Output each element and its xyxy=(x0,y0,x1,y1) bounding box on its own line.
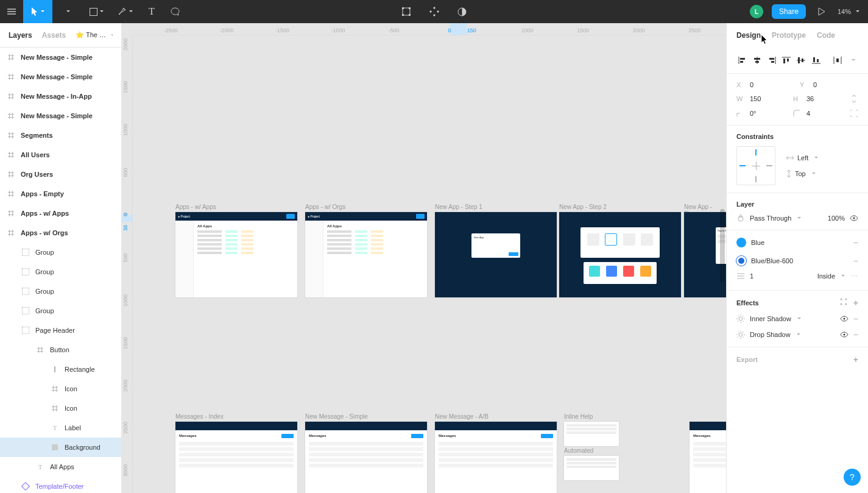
layer-item[interactable]: Group xyxy=(0,243,121,262)
y-input[interactable]: 0 xyxy=(813,81,858,88)
layer-item[interactable]: New Message - In-App xyxy=(0,87,121,106)
layer-item[interactable]: Group xyxy=(0,301,121,321)
add-export-button[interactable]: + xyxy=(853,355,858,364)
text-tool-button[interactable]: T xyxy=(140,0,163,23)
align-bottom-button[interactable] xyxy=(810,54,822,67)
layer-item[interactable]: Apps - w/ Orgs xyxy=(0,223,121,243)
tab-design[interactable]: Design xyxy=(736,31,761,40)
align-vcenter-button[interactable] xyxy=(795,54,807,67)
tab-layers[interactable]: Layers xyxy=(9,31,32,40)
ruler-vertical[interactable]: 2000150010005000500100015002000250030000… xyxy=(122,35,133,493)
corner-input[interactable]: 4 xyxy=(806,110,845,117)
blend-mode-select[interactable]: Pass Through xyxy=(750,215,823,222)
remove-stroke-button[interactable]: − xyxy=(853,256,858,266)
layer-item[interactable]: Segments xyxy=(0,126,121,145)
layer-item[interactable]: All Apps xyxy=(0,457,121,477)
frame-tool-button[interactable] xyxy=(52,0,82,23)
effect-row[interactable]: Drop Shadow − xyxy=(736,330,858,339)
canvas-area[interactable]: -2500-2000-1500-1000-5000150100015002000… xyxy=(122,23,726,493)
canvas-frame[interactable]: New App xyxy=(435,212,557,297)
effect-icon[interactable] xyxy=(736,314,745,323)
layer-item[interactable]: Template/Footer xyxy=(0,477,121,493)
rotation-input[interactable]: 0° xyxy=(750,110,788,117)
frame-label[interactable]: Apps - w/ Orgs xyxy=(305,204,345,210)
link-size-icon[interactable] xyxy=(850,94,858,103)
constraints-diagram[interactable] xyxy=(736,146,775,185)
effect-visibility-icon[interactable] xyxy=(840,316,849,322)
remove-effect-button[interactable]: − xyxy=(853,330,858,339)
canvas-frame[interactable]: Messages xyxy=(175,422,297,493)
stroke-advanced-button[interactable]: ⋯ xyxy=(850,272,858,280)
share-button[interactable]: Share xyxy=(772,4,806,19)
layer-item[interactable]: New Message - Simple xyxy=(0,106,121,126)
layer-item[interactable]: Background xyxy=(0,438,121,457)
stroke-color-row[interactable]: Blue/Blue-600 − xyxy=(736,256,858,266)
w-input[interactable]: 150 xyxy=(750,95,788,102)
mask-button[interactable] xyxy=(455,0,470,23)
main-menu-button[interactable] xyxy=(0,0,23,23)
ruler-horizontal[interactable]: -2500-2000-1500-1000-5000150100015002000… xyxy=(133,23,726,35)
user-avatar[interactable]: L xyxy=(750,5,763,18)
effect-type-select[interactable]: Drop Shadow xyxy=(750,331,835,338)
independent-corners-icon[interactable] xyxy=(850,109,858,118)
visibility-icon[interactable] xyxy=(850,215,858,221)
opacity-input[interactable]: 100% xyxy=(828,215,845,222)
comment-tool-button[interactable] xyxy=(163,0,186,23)
layer-item[interactable]: Button xyxy=(0,340,121,360)
frame-label[interactable]: New Message - Simple xyxy=(305,413,368,420)
effect-row[interactable]: Inner Shadow − xyxy=(736,314,858,324)
stroke-pos-select[interactable]: Inside xyxy=(817,272,845,280)
x-input[interactable]: 0 xyxy=(750,81,795,88)
tab-code[interactable]: Code xyxy=(817,31,835,40)
layer-item[interactable]: Group xyxy=(0,282,121,301)
stroke-weight-input[interactable]: 1 xyxy=(750,272,813,280)
layer-item[interactable]: All Users xyxy=(0,145,121,165)
tidy-button[interactable] xyxy=(846,54,858,67)
frame-label[interactable]: Apps - w/ Apps xyxy=(175,204,216,210)
component-button[interactable] xyxy=(427,0,442,23)
layer-item[interactable]: Rectangle xyxy=(0,360,121,379)
layer-item[interactable]: New Message - Simple xyxy=(0,67,121,87)
pen-tool-button[interactable] xyxy=(111,0,140,23)
present-button[interactable] xyxy=(814,0,829,23)
stroke-swatch[interactable] xyxy=(736,256,746,266)
canvas-frame[interactable] xyxy=(564,422,619,446)
layer-item[interactable]: Icon xyxy=(0,379,121,399)
zoom-control[interactable]: 14% xyxy=(838,8,859,15)
scrollbar-vertical[interactable] xyxy=(720,35,725,492)
canvas-frame[interactable]: ● ProjectAll Apps xyxy=(305,212,427,297)
layer-item[interactable]: Icon xyxy=(0,399,121,418)
shape-tool-button[interactable] xyxy=(82,0,111,23)
frame-label[interactable]: Inline Help xyxy=(564,413,593,420)
remove-fill-button[interactable]: − xyxy=(853,238,858,247)
constraint-v-select[interactable]: Top xyxy=(786,170,818,177)
move-tool-button[interactable] xyxy=(23,0,52,23)
tab-assets[interactable]: Assets xyxy=(42,31,66,40)
help-button[interactable]: ? xyxy=(844,469,861,486)
frame-label[interactable]: Messages - Index xyxy=(175,413,224,420)
layer-item[interactable]: Label xyxy=(0,418,121,438)
canvas[interactable]: Apps - w/ Apps● ProjectAll AppsApps - w/… xyxy=(133,35,726,493)
tab-prototype[interactable]: Prototype xyxy=(772,31,806,40)
frame-label[interactable]: New App - Step 2 xyxy=(559,204,607,210)
canvas-frame[interactable]: Messages xyxy=(305,422,427,493)
fill-row[interactable]: Blue − xyxy=(736,238,858,247)
frame-label[interactable]: New Message - A/B xyxy=(435,413,489,420)
effect-visibility-icon[interactable] xyxy=(840,332,849,338)
distribute-button[interactable] xyxy=(831,54,844,67)
frame-label[interactable]: New App - Step 1 xyxy=(435,204,482,210)
layer-item[interactable]: New Message - Simple xyxy=(0,48,121,67)
layer-item[interactable]: Apps - Empty xyxy=(0,184,121,204)
effect-type-select[interactable]: Inner Shadow xyxy=(750,315,835,322)
align-top-button[interactable] xyxy=(780,54,792,67)
remove-effect-button[interactable]: − xyxy=(853,314,858,324)
layer-item[interactable]: Page Header xyxy=(0,321,121,340)
constraint-h-select[interactable]: Left xyxy=(786,154,818,161)
canvas-frame[interactable] xyxy=(559,212,681,297)
effect-icon[interactable] xyxy=(736,330,745,339)
layer-item[interactable]: Org Users xyxy=(0,165,121,184)
canvas-frame[interactable]: Messages xyxy=(435,422,557,493)
canvas-frame[interactable]: ● ProjectAll Apps xyxy=(175,212,297,297)
layer-item[interactable]: Group xyxy=(0,262,121,282)
align-hcenter-button[interactable] xyxy=(751,54,763,67)
